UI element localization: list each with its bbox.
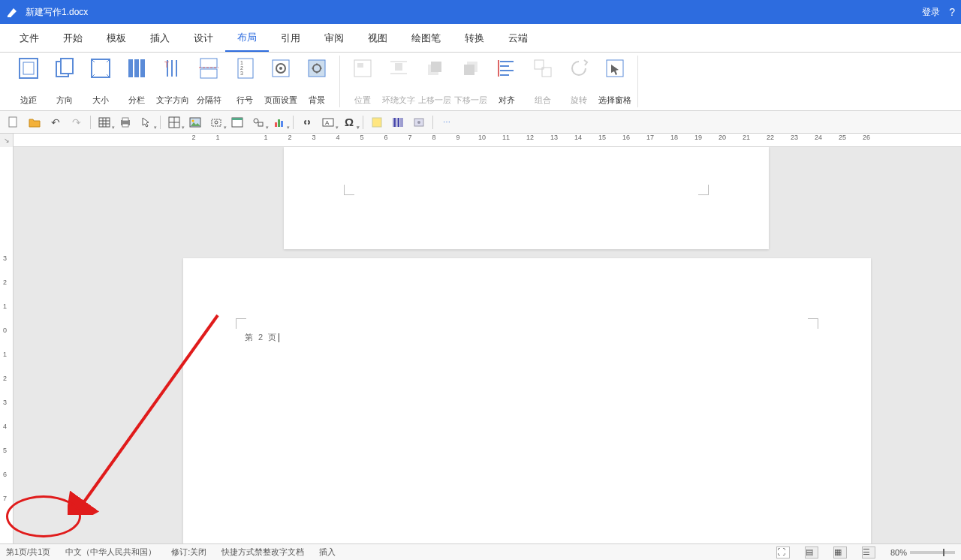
status-mode[interactable]: 插入	[319, 546, 336, 558]
login-button[interactable]: 登录	[922, 6, 940, 19]
svg-rect-56	[212, 119, 221, 126]
redo-icon[interactable]: ↷	[68, 114, 86, 131]
ruler-corner: ↘	[0, 134, 14, 147]
ribbon-page-setup-button[interactable]: 页面设置	[263, 56, 299, 107]
columns-icon	[125, 57, 148, 80]
view-outline-icon[interactable]: ☰	[862, 546, 875, 558]
ribbon-group-button: 组合	[525, 56, 561, 107]
ribbon-line-numbers-button[interactable]: 123行号	[227, 56, 263, 107]
page-2[interactable]: 第 2 页	[183, 258, 871, 543]
svg-rect-8	[140, 59, 145, 77]
shapes-icon[interactable]	[249, 114, 267, 131]
svg-rect-61	[258, 122, 263, 126]
menu-bar: 文件开始模板插入设计布局引用审阅视图绘图笔转换云端	[0, 24, 961, 53]
ribbon-margins-button[interactable]: 边距	[11, 56, 47, 107]
view-focus-icon[interactable]: ⛶	[776, 546, 790, 558]
document-title: 新建写作1.docx	[26, 6, 922, 19]
insert-table-icon[interactable]	[228, 114, 246, 131]
ribbon-breaks-button[interactable]: 分隔符	[191, 56, 227, 107]
annotation-oval-icon	[6, 495, 81, 537]
tab-1[interactable]: 开始	[51, 24, 95, 52]
svg-rect-4	[61, 59, 73, 74]
tab-4[interactable]: 设计	[182, 24, 225, 52]
ribbon: 边距方向大小分栏T文字方向分隔符123行号页面设置背景 位置环绕文字上移一层下移…	[0, 53, 961, 111]
size-icon	[89, 57, 112, 80]
more-icon[interactable]: ⋯	[438, 114, 456, 131]
chart-icon[interactable]	[270, 114, 288, 131]
textbox-icon[interactable]: A	[319, 114, 337, 131]
ribbon-backward-button: 下移一层	[453, 56, 489, 107]
vertical-ruler[interactable]: 32101234567	[0, 147, 14, 543]
forward-icon	[423, 57, 446, 80]
page-1[interactable]	[284, 147, 769, 249]
table-icon[interactable]	[95, 114, 113, 131]
svg-rect-50	[122, 124, 128, 127]
tab-9[interactable]: 绘图笔	[399, 24, 453, 52]
screenshot-icon[interactable]	[207, 114, 225, 131]
view-print-icon[interactable]: ▤	[805, 546, 818, 558]
ribbon-text-direction-button[interactable]: T文字方向	[155, 56, 191, 107]
backward-icon	[459, 57, 482, 80]
ribbon-size-button[interactable]: 大小	[83, 56, 119, 107]
status-page-info[interactable]: 第1页/共1页	[6, 546, 50, 558]
ribbon-align-button[interactable]: 对齐	[489, 56, 525, 107]
barcode-icon[interactable]	[389, 114, 407, 131]
grid-icon[interactable]	[165, 114, 183, 131]
align-icon	[496, 57, 518, 80]
tab-3[interactable]: 插入	[138, 24, 182, 52]
undo-icon[interactable]: ↶	[47, 114, 65, 131]
tab-7[interactable]: 审阅	[312, 24, 356, 52]
rotate-icon	[568, 57, 590, 80]
svg-text:2: 2	[240, 65, 243, 71]
svg-rect-62	[275, 122, 277, 127]
tab-8[interactable]: 视图	[356, 24, 399, 52]
ribbon-columns-button[interactable]: 分栏	[119, 56, 155, 107]
ribbon-background-button[interactable]: 背景	[299, 56, 335, 107]
status-language[interactable]: 中文（中华人民共和国）	[65, 546, 156, 558]
tab-11[interactable]: 云端	[496, 24, 540, 52]
svg-point-57	[215, 121, 218, 124]
page-content-text[interactable]: 第 2 页	[245, 332, 279, 343]
picture-icon[interactable]	[186, 114, 204, 131]
svg-rect-7	[134, 59, 139, 77]
svg-rect-2	[23, 62, 34, 74]
zoom-value: 80%	[890, 548, 907, 557]
status-shortcut[interactable]: 快捷方式禁整改字文档	[221, 546, 304, 558]
ribbon-position-button: 位置	[345, 56, 381, 107]
document-area: 32101234567 第 2 页	[0, 147, 961, 543]
position-icon	[351, 57, 374, 80]
view-web-icon[interactable]: ▦	[833, 546, 847, 558]
line-numbers-icon: 123	[233, 57, 256, 80]
tab-10[interactable]: 转换	[453, 24, 496, 52]
svg-rect-23	[309, 60, 325, 77]
note-icon[interactable]	[368, 114, 386, 131]
tab-2[interactable]: 模板	[95, 24, 138, 52]
help-button[interactable]: ?	[949, 6, 955, 18]
svg-rect-13	[200, 59, 217, 68]
margins-icon	[17, 57, 40, 80]
horizontal-ruler[interactable]: 2112345678910111213141516171819202122232…	[14, 134, 961, 147]
background-icon	[306, 57, 328, 80]
new-doc-icon[interactable]	[5, 114, 23, 131]
symbol-icon[interactable]: Ω	[340, 114, 358, 131]
svg-text:A: A	[325, 119, 330, 126]
svg-point-55	[192, 119, 194, 122]
link-icon[interactable]	[298, 114, 316, 131]
tab-0[interactable]: 文件	[8, 24, 51, 52]
status-bar: 第1页/共1页 中文（中华人民共和国） 修订:关闭 快捷方式禁整改字文档 插入 …	[0, 543, 961, 560]
status-revision[interactable]: 修订:关闭	[171, 546, 206, 558]
ribbon-selection-pane-button[interactable]: 选择窗格	[597, 56, 633, 107]
tab-5[interactable]: 布局	[225, 24, 269, 52]
print-icon[interactable]	[116, 114, 134, 131]
svg-rect-63	[278, 119, 280, 127]
tab-6[interactable]: 引用	[269, 24, 312, 52]
cursor-select-icon[interactable]	[137, 114, 155, 131]
ribbon-orientation-button[interactable]: 方向	[47, 56, 83, 107]
svg-rect-0	[8, 16, 11, 17]
svg-rect-42	[9, 117, 17, 127]
zoom-control[interactable]: 80%	[890, 548, 955, 557]
svg-rect-6	[128, 59, 133, 77]
open-folder-icon[interactable]	[26, 114, 44, 131]
svg-rect-31	[431, 62, 441, 72]
object-icon[interactable]	[410, 114, 428, 131]
